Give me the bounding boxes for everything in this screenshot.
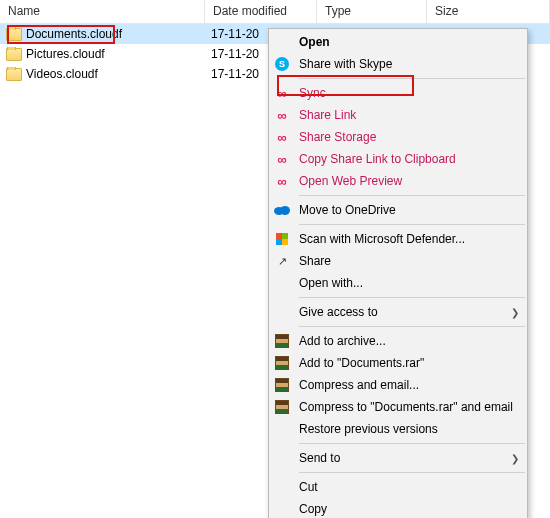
file-name: Pictures.cloudf	[26, 47, 105, 61]
menu-add-to-documents-rar[interactable]: Add to "Documents.rar"	[269, 352, 527, 374]
blank-icon	[273, 420, 291, 438]
skype-icon	[273, 55, 291, 73]
context-menu: Open Share with Skype ∞ Sync ∞ Share Lin…	[268, 28, 528, 518]
submenu-arrow-icon: ❯	[511, 453, 519, 464]
infinity-icon: ∞	[273, 84, 291, 102]
blank-icon	[273, 449, 291, 467]
folder-icon	[6, 28, 22, 41]
blank-icon	[273, 33, 291, 51]
menu-add-to-archive[interactable]: Add to archive...	[269, 330, 527, 352]
separator	[299, 224, 525, 225]
winrar-icon	[273, 398, 291, 416]
defender-icon	[273, 230, 291, 248]
menu-give-access-to[interactable]: Give access to ❯	[269, 301, 527, 323]
column-header-name[interactable]: Name	[0, 0, 205, 23]
menu-move-to-onedrive[interactable]: Move to OneDrive	[269, 199, 527, 221]
file-name: Videos.cloudf	[26, 67, 98, 81]
menu-compress-and-email[interactable]: Compress and email...	[269, 374, 527, 396]
blank-icon	[273, 478, 291, 496]
winrar-icon	[273, 376, 291, 394]
file-list-header: Name Date modified Type Size	[0, 0, 550, 24]
menu-open-with[interactable]: Open with...	[269, 272, 527, 294]
menu-open-web-preview[interactable]: ∞ Open Web Preview	[269, 170, 527, 192]
menu-share-with-skype[interactable]: Share with Skype	[269, 53, 527, 75]
blank-icon	[273, 303, 291, 321]
menu-restore-previous-versions[interactable]: Restore previous versions	[269, 418, 527, 440]
column-header-type[interactable]: Type	[317, 0, 427, 23]
winrar-icon	[273, 332, 291, 350]
folder-icon	[6, 48, 22, 61]
menu-copy[interactable]: Copy	[269, 498, 527, 518]
infinity-icon: ∞	[273, 150, 291, 168]
menu-compress-to-documents-rar-and-email[interactable]: Compress to "Documents.rar" and email	[269, 396, 527, 418]
menu-share-storage[interactable]: ∞ Share Storage	[269, 126, 527, 148]
share-icon	[273, 252, 291, 270]
separator	[299, 195, 525, 196]
onedrive-icon	[273, 201, 291, 219]
winrar-icon	[273, 354, 291, 372]
menu-open[interactable]: Open	[269, 31, 527, 53]
blank-icon	[273, 500, 291, 518]
menu-share-link[interactable]: ∞ Share Link	[269, 104, 527, 126]
infinity-icon: ∞	[273, 172, 291, 190]
separator	[299, 326, 525, 327]
menu-share[interactable]: Share	[269, 250, 527, 272]
menu-scan-defender[interactable]: Scan with Microsoft Defender...	[269, 228, 527, 250]
separator	[299, 443, 525, 444]
separator	[299, 297, 525, 298]
blank-icon	[273, 274, 291, 292]
file-name: Documents.cloudf	[26, 27, 122, 41]
column-header-size[interactable]: Size	[427, 0, 550, 23]
infinity-icon: ∞	[273, 128, 291, 146]
menu-cut[interactable]: Cut	[269, 476, 527, 498]
separator	[299, 78, 525, 79]
menu-send-to[interactable]: Send to ❯	[269, 447, 527, 469]
submenu-arrow-icon: ❯	[511, 307, 519, 318]
infinity-icon: ∞	[273, 106, 291, 124]
column-header-date-modified[interactable]: Date modified	[205, 0, 317, 23]
separator	[299, 472, 525, 473]
menu-copy-share-link[interactable]: ∞ Copy Share Link to Clipboard	[269, 148, 527, 170]
folder-icon	[6, 68, 22, 81]
menu-sync[interactable]: ∞ Sync	[269, 82, 527, 104]
